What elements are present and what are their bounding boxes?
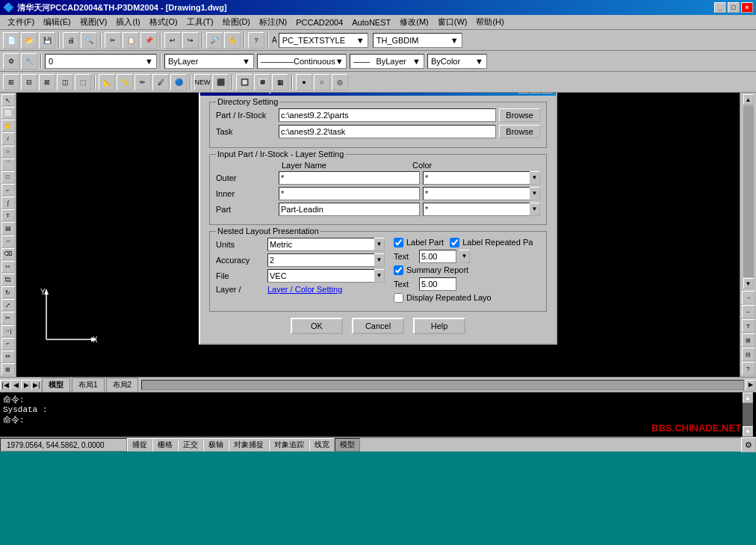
tab-model[interactable]: 模型 (42, 378, 70, 392)
model-btn[interactable]: 模型 (335, 438, 360, 452)
nav-next[interactable]: ▶ (21, 380, 31, 390)
tb-extra-15[interactable]: ▦ (272, 74, 288, 90)
ortho-btn[interactable]: 正交 (178, 438, 203, 452)
outer-layer-input[interactable] (279, 171, 420, 185)
part-browse-button[interactable]: Browse (499, 108, 540, 122)
tb-layer-props[interactable]: 🔧 (21, 53, 37, 70)
rt-btn3[interactable]: T (742, 319, 755, 333)
drawing-canvas[interactable]: X Y 🔷 AutoNEST - Sysdata _ □ × (16, 93, 740, 377)
scroll-up-btn[interactable]: ▲ (743, 94, 754, 105)
tb-print[interactable]: 🖨 (63, 32, 79, 49)
tb-extra-3[interactable]: ⊠ (39, 74, 55, 90)
display-checkbox[interactable] (394, 293, 403, 303)
summary-checkbox[interactable] (394, 265, 403, 275)
lt-move[interactable]: ⇿ (1, 261, 15, 273)
tb-extra-7[interactable]: 📏 (117, 74, 133, 90)
polar-btn[interactable]: 极轴 (203, 438, 229, 452)
menu-file[interactable]: 文件(F) (3, 15, 39, 29)
lt-circle[interactable]: ○ (1, 146, 15, 158)
color-dropdown[interactable]: ByColor▼ (427, 54, 487, 69)
tb-redo[interactable]: ↪ (182, 32, 199, 49)
lt-polyline[interactable]: ⌐ (1, 184, 15, 196)
cancel-button[interactable]: Cancel (352, 318, 404, 334)
tb-zoom[interactable]: 🔎 (206, 32, 223, 49)
rt-btn5[interactable]: ⊟ (742, 348, 755, 361)
minimize-button[interactable]: _ (714, 2, 726, 13)
text1-input[interactable] (419, 250, 456, 263)
tb-extra-11[interactable]: NEW (194, 74, 211, 90)
snap-btn[interactable]: 捕捉 (127, 438, 152, 452)
lineweight-dropdown[interactable]: ——ByLayer▼ (350, 54, 424, 69)
tab-layout1[interactable]: 布局1 (72, 378, 105, 392)
layer-color-setting-link[interactable]: Layer / Color Setting (267, 285, 342, 294)
rt-btn1[interactable]: → (742, 291, 755, 304)
accuracy-dropdown-btn[interactable]: ▼ (374, 253, 385, 267)
lt-fillet[interactable]: ⌐ (1, 338, 15, 350)
rt-btn4[interactable]: ⊞ (742, 333, 755, 347)
ok-button[interactable]: OK (291, 318, 343, 334)
lt-erase[interactable]: ⌫ (1, 248, 15, 260)
menu-dimension[interactable]: 标注(N) (255, 15, 291, 29)
tb-new[interactable]: 📄 (3, 32, 19, 49)
part-layer-input[interactable] (279, 203, 420, 216)
menu-tools[interactable]: 工具(T) (182, 15, 218, 29)
part-color-input[interactable] (423, 203, 530, 216)
lt-line[interactable]: / (1, 132, 15, 144)
otrack-btn[interactable]: 对象追踪 (269, 438, 309, 452)
linetype-dropdown[interactable]: ByLayer▼ (164, 54, 254, 69)
tb-extra-6[interactable]: 📐 (99, 74, 115, 90)
nav-last[interactable]: ▶| (31, 380, 42, 390)
lt-mirror[interactable]: ⇔ (1, 351, 15, 363)
part-color-dropdown-btn[interactable]: ▼ (530, 203, 540, 216)
lt-rotate[interactable]: ↻ (1, 286, 15, 298)
tb-extra-9[interactable]: 🖊 (152, 74, 169, 90)
lt-select[interactable]: ↖ (1, 94, 15, 106)
lt-spline[interactable]: ∫ (1, 197, 15, 209)
rt-btn6[interactable]: ? (742, 362, 755, 375)
maximize-button[interactable]: □ (728, 2, 740, 13)
status-settings-btn[interactable]: ⚙ (741, 437, 756, 452)
lt-scale[interactable]: ⤢ (1, 299, 15, 311)
lineweight-btn[interactable]: 线宽 (309, 438, 335, 452)
tb-extra-1[interactable]: ⊞ (3, 74, 19, 90)
lt-arc[interactable]: ⌒ (1, 158, 15, 170)
menu-edit[interactable]: 编辑(E) (39, 15, 75, 29)
nav-prev[interactable]: ◀ (10, 380, 21, 390)
accuracy-input[interactable] (267, 253, 374, 267)
osnap-btn[interactable]: 对象捕捉 (229, 438, 269, 452)
dialog-minimize[interactable]: _ (518, 93, 529, 93)
tb-extra-5[interactable]: ⬚ (75, 74, 91, 90)
layer-dropdown[interactable]: 0▼ (45, 54, 157, 69)
label-repeated-checkbox[interactable] (450, 238, 459, 247)
dialog-close[interactable]: × (542, 93, 553, 93)
tb-extra-8[interactable]: ✏ (134, 74, 151, 90)
lt-rect[interactable]: □ (1, 171, 15, 183)
lt-trim[interactable]: ✂ (1, 312, 15, 324)
tb-help[interactable]: ? (248, 32, 264, 49)
lt-copy2[interactable]: ⿻ (1, 274, 15, 286)
tab-layout2[interactable]: 布局2 (106, 378, 139, 392)
inner-layer-input[interactable] (279, 187, 420, 200)
text2-input[interactable] (419, 277, 456, 291)
tb-extra-18[interactable]: ◎ (332, 74, 348, 90)
tb-pan[interactable]: ✋ (224, 32, 241, 49)
linestyle-dropdown[interactable]: ————Continuous▼ (257, 54, 347, 69)
tb-extra-4[interactable]: ◫ (57, 74, 73, 90)
label-part-checkbox[interactable] (394, 238, 403, 247)
tb-preview[interactable]: 🔍 (81, 32, 97, 49)
tb-extra-12[interactable]: ⬛ (212, 74, 229, 90)
cmd-scroll-down[interactable]: ▼ (743, 426, 753, 437)
lt-zoom-w[interactable]: ⬜ (1, 107, 15, 119)
tb-paste[interactable]: 📌 (140, 32, 157, 49)
tb-open[interactable]: 📂 (21, 32, 37, 49)
tb-extra-10[interactable]: 🔵 (170, 74, 187, 90)
help-button[interactable]: Help (413, 318, 465, 334)
tb-extra-2[interactable]: ⊟ (21, 74, 37, 90)
tb-copy[interactable]: 📋 (123, 32, 139, 49)
lt-pan2[interactable]: ✋ (1, 120, 15, 132)
rt-btn2[interactable]: ← (742, 305, 755, 318)
h-scroll-right[interactable]: ▶ (746, 380, 756, 390)
cmd-scroll-up[interactable]: ▲ (743, 392, 753, 403)
close-button[interactable]: × (741, 2, 753, 13)
task-input[interactable] (279, 125, 496, 138)
